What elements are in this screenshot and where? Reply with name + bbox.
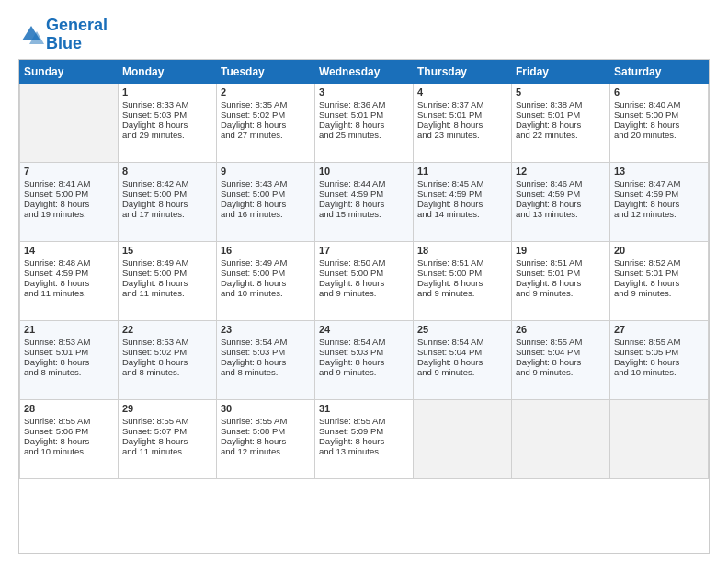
weekday-friday: Friday (512, 60, 610, 83)
day-info: Sunset: 5:01 PM (24, 347, 114, 357)
day-info: Sunrise: 8:41 AM (24, 178, 114, 189)
calendar-cell: 18Sunrise: 8:51 AMSunset: 5:00 PMDayligh… (414, 241, 512, 320)
calendar-cell: 5Sunrise: 8:38 AMSunset: 5:01 PMDaylight… (512, 83, 610, 162)
day-number: 16 (221, 245, 311, 256)
header: General Blue (18, 17, 710, 53)
calendar-cell: 3Sunrise: 8:36 AMSunset: 5:01 PMDaylight… (315, 83, 414, 162)
day-number: 13 (614, 166, 704, 177)
calendar-cell: 27Sunrise: 8:55 AMSunset: 5:05 PMDayligh… (610, 320, 709, 399)
day-number: 28 (24, 403, 114, 414)
day-info: Sunrise: 8:49 AM (221, 258, 311, 268)
weekday-monday: Monday (119, 60, 217, 83)
day-number: 4 (417, 86, 507, 98)
calendar-cell: 31Sunrise: 8:55 AMSunset: 5:09 PMDayligh… (315, 399, 414, 478)
day-info: Sunset: 5:01 PM (516, 268, 606, 278)
day-info: and 11 minutes. (24, 288, 114, 298)
day-info: Sunset: 5:04 PM (516, 347, 606, 357)
day-info: Daylight: 8 hours (319, 436, 409, 446)
weekday-tuesday: Tuesday (217, 60, 315, 83)
calendar-cell: 2Sunrise: 8:35 AMSunset: 5:02 PMDaylight… (217, 83, 315, 162)
calendar-cell: 12Sunrise: 8:46 AMSunset: 4:59 PMDayligh… (512, 162, 610, 241)
day-number: 2 (221, 86, 311, 98)
day-info: Sunset: 5:01 PM (417, 109, 507, 120)
day-info: and 9 minutes. (516, 367, 606, 377)
day-info: Sunrise: 8:36 AM (319, 99, 409, 109)
calendar-cell: 29Sunrise: 8:55 AMSunset: 5:07 PMDayligh… (119, 399, 217, 478)
day-info: and 9 minutes. (417, 288, 507, 298)
week-row-3: 14Sunrise: 8:48 AMSunset: 4:59 PMDayligh… (20, 241, 709, 320)
day-info: and 11 minutes. (122, 446, 212, 456)
day-info: Daylight: 8 hours (614, 199, 704, 209)
day-number: 14 (24, 245, 114, 256)
day-number: 17 (319, 245, 409, 256)
day-info: Sunset: 5:04 PM (417, 347, 507, 357)
calendar-cell (512, 399, 610, 478)
day-number: 6 (614, 86, 704, 98)
calendar-cell: 24Sunrise: 8:54 AMSunset: 5:03 PMDayligh… (315, 320, 414, 399)
day-info: and 9 minutes. (319, 288, 409, 298)
day-info: Daylight: 8 hours (417, 357, 507, 367)
day-info: Daylight: 8 hours (122, 436, 212, 446)
logo-icon (18, 22, 44, 48)
day-info: Sunrise: 8:37 AM (417, 99, 507, 109)
calendar-cell: 13Sunrise: 8:47 AMSunset: 4:59 PMDayligh… (610, 162, 709, 241)
calendar-cell: 26Sunrise: 8:55 AMSunset: 5:04 PMDayligh… (512, 320, 610, 399)
day-info: Sunrise: 8:40 AM (614, 99, 704, 109)
day-info: and 11 minutes. (122, 288, 212, 298)
day-info: Sunset: 5:06 PM (24, 426, 114, 436)
day-info: Sunset: 4:59 PM (417, 189, 507, 199)
calendar-cell: 4Sunrise: 8:37 AMSunset: 5:01 PMDaylight… (414, 83, 512, 162)
day-info: Daylight: 8 hours (417, 278, 507, 288)
week-row-1: 1Sunrise: 8:33 AMSunset: 5:03 PMDaylight… (20, 83, 709, 162)
day-info: and 10 minutes. (221, 288, 311, 298)
day-number: 15 (122, 245, 212, 256)
calendar-cell (610, 399, 709, 478)
calendar-cell: 6Sunrise: 8:40 AMSunset: 5:00 PMDaylight… (610, 83, 709, 162)
day-info: Sunset: 5:00 PM (417, 268, 507, 278)
day-info: Sunset: 5:09 PM (319, 426, 409, 436)
day-number: 7 (24, 166, 114, 177)
day-info: Sunset: 5:00 PM (122, 268, 212, 278)
day-info: Sunrise: 8:49 AM (122, 258, 212, 268)
calendar-cell: 23Sunrise: 8:54 AMSunset: 5:03 PMDayligh… (217, 320, 315, 399)
day-info: Sunset: 5:00 PM (122, 189, 212, 199)
day-number: 26 (516, 324, 606, 335)
calendar-cell: 25Sunrise: 8:54 AMSunset: 5:04 PMDayligh… (414, 320, 512, 399)
day-info: Daylight: 8 hours (516, 199, 606, 209)
weekday-sunday: Sunday (20, 60, 119, 83)
calendar-cell: 11Sunrise: 8:45 AMSunset: 4:59 PMDayligh… (414, 162, 512, 241)
calendar-cell: 16Sunrise: 8:49 AMSunset: 5:00 PMDayligh… (217, 241, 315, 320)
day-info: Sunrise: 8:46 AM (516, 178, 606, 189)
day-info: Sunset: 4:59 PM (614, 189, 704, 199)
logo-text: General Blue (46, 17, 108, 53)
day-info: and 27 minutes. (221, 130, 311, 140)
day-info: Sunrise: 8:50 AM (319, 258, 409, 268)
calendar-cell: 14Sunrise: 8:48 AMSunset: 4:59 PMDayligh… (20, 241, 119, 320)
day-number: 18 (417, 245, 507, 256)
day-number: 31 (319, 403, 409, 414)
day-info: Sunrise: 8:54 AM (319, 337, 409, 347)
day-info: Sunset: 5:01 PM (614, 268, 704, 278)
day-info: and 16 minutes. (221, 209, 311, 219)
weekday-saturday: Saturday (610, 60, 709, 83)
day-info: and 8 minutes. (24, 367, 114, 377)
page: General Blue SundayMondayTuesdayWednesda… (0, 0, 728, 563)
day-info: Sunset: 5:07 PM (122, 426, 212, 436)
day-info: Sunrise: 8:51 AM (417, 258, 507, 268)
day-info: and 22 minutes. (516, 130, 606, 140)
day-info: and 9 minutes. (516, 288, 606, 298)
day-info: Daylight: 8 hours (319, 120, 409, 130)
day-info: Sunrise: 8:55 AM (516, 337, 606, 347)
weekday-wednesday: Wednesday (315, 60, 414, 83)
weekday-thursday: Thursday (414, 60, 512, 83)
calendar-table: SundayMondayTuesdayWednesdayThursdayFrid… (19, 60, 709, 479)
day-info: Sunrise: 8:55 AM (614, 337, 704, 347)
day-info: and 10 minutes. (24, 446, 114, 456)
day-number: 3 (319, 86, 409, 98)
day-number: 9 (221, 166, 311, 177)
day-info: Daylight: 8 hours (516, 357, 606, 367)
day-number: 21 (24, 324, 114, 335)
day-number: 24 (319, 324, 409, 335)
day-info: Daylight: 8 hours (221, 199, 311, 209)
day-info: Sunrise: 8:55 AM (122, 416, 212, 426)
